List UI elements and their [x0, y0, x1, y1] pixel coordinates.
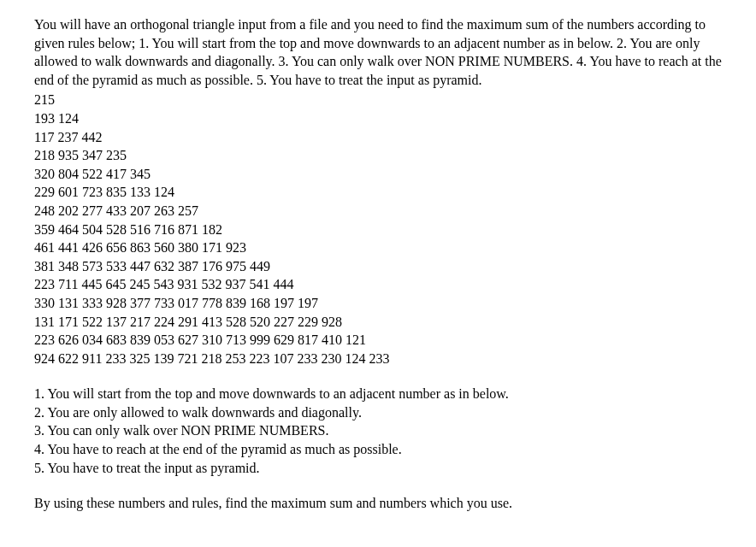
rule-line: 2. You are only allowed to walk downward…	[34, 403, 722, 422]
pyramid-row: 223 711 445 645 245 543 931 532 937 541 …	[34, 275, 722, 294]
pyramid-row: 924 622 911 233 325 139 721 218 253 223 …	[34, 350, 722, 368]
pyramid-row: 218 935 347 235	[34, 146, 722, 165]
pyramid-row: 117 237 442	[34, 128, 722, 147]
pyramid-row: 248 202 277 433 207 263 257	[34, 202, 722, 221]
rule-line: 1. You will start from the top and move …	[34, 385, 722, 403]
pyramid-row: 359 464 504 528 516 716 871 182	[34, 221, 722, 239]
rule-line: 4. You have to reach at the end of the p…	[34, 440, 722, 459]
pyramid-row: 223 626 034 683 839 053 627 310 713 999 …	[34, 331, 722, 350]
pyramid-row: 131 171 522 137 217 224 291 413 528 520 …	[34, 313, 722, 332]
pyramid-row: 330 131 333 928 377 733 017 778 839 168 …	[34, 294, 722, 313]
pyramid-row: 320 804 522 417 345	[34, 165, 722, 184]
pyramid-row: 381 348 573 533 447 632 387 176 975 449	[34, 257, 722, 276]
rules-block: 1. You will start from the top and move …	[34, 385, 722, 477]
pyramid-row: 215	[34, 91, 722, 109]
pyramid-row: 461 441 426 656 863 560 380 171 923	[34, 238, 722, 257]
closing-line: By using these numbers and rules, find t…	[34, 494, 722, 513]
rule-line: 3. You can only walk over NON PRIME NUMB…	[34, 421, 722, 440]
pyramid-row: 229 601 723 835 133 124	[34, 183, 722, 202]
intro-paragraph: You will have an orthogonal triangle inp…	[34, 15, 722, 89]
rule-line: 5. You have to treat the input as pyrami…	[34, 459, 722, 478]
pyramid-row: 193 124	[34, 109, 722, 128]
pyramid-block: 215 193 124 117 237 442 218 935 347 235 …	[34, 91, 722, 368]
